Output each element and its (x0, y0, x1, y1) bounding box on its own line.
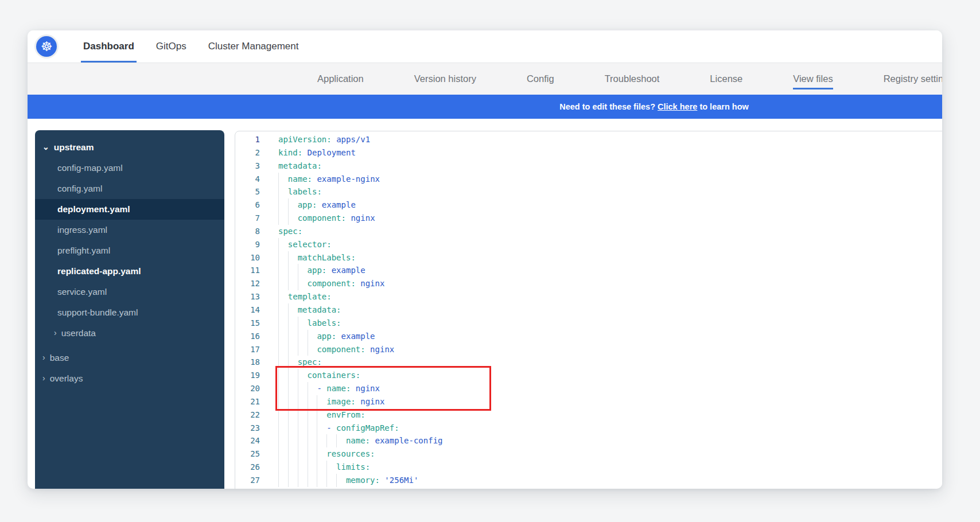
code-line: 22envFrom: (235, 408, 942, 422)
yaml-key: app: (317, 332, 336, 341)
yaml-key: labels: (308, 318, 341, 328)
indent-guide (278, 317, 288, 330)
line-number: 1 (235, 133, 260, 146)
code-line: 14metadata: (235, 303, 942, 317)
line-number: 6 (235, 198, 260, 212)
tree-item-service-yaml[interactable]: service.yaml (35, 282, 224, 302)
code-text: component: nginx (260, 277, 942, 290)
tree-item-label: upstream (54, 142, 94, 153)
yaml-value: nginx (346, 213, 375, 223)
tab-view-files[interactable]: View files (793, 63, 833, 95)
indent-guide (308, 343, 317, 356)
code-text: name: example-nginx (260, 173, 942, 186)
tree-item-label: base (50, 353, 69, 363)
yaml-value: example-config (370, 436, 442, 445)
tree-item-ingress-yaml[interactable]: ingress.yaml (35, 220, 224, 240)
indent-guide (288, 356, 298, 369)
yaml-key: memory: (346, 476, 380, 485)
tree-item-config-yaml[interactable]: config.yaml (35, 178, 224, 199)
file-editor-panel[interactable]: 1apiVersion: apps/v12kind: Deployment3me… (235, 131, 942, 489)
top-tab-gitops[interactable]: GitOps (156, 30, 186, 63)
tree-item-upstream[interactable]: ⌄upstream (35, 137, 224, 158)
tree-item-label: service.yaml (57, 287, 107, 297)
code-line: 9selector: (235, 238, 942, 251)
yaml-key: kind: (278, 148, 302, 157)
top-tab-dashboard[interactable]: Dashboard (83, 30, 134, 63)
yaml-value: apps/v1 (332, 135, 370, 144)
tree-item-replicated-app-yaml[interactable]: replicated-app.yaml (35, 261, 224, 282)
line-number: 10 (235, 251, 260, 264)
tree-item-label: preflight.yaml (57, 246, 110, 256)
indent-guide (278, 461, 288, 474)
code-text: labels: (260, 317, 942, 330)
tree-item-support-bundle-yaml[interactable]: support-bundle.yaml (35, 302, 224, 323)
line-number: 13 (235, 290, 260, 303)
indent-guide (308, 382, 317, 395)
tab-troubleshoot[interactable]: Troubleshoot (605, 63, 660, 95)
code-line: 4name: example-nginx (235, 173, 942, 186)
indent-guide (308, 461, 317, 474)
code-line: 5labels: (235, 185, 942, 198)
tab-version-history[interactable]: Version history (414, 63, 476, 95)
code-text: selector: (260, 238, 942, 251)
tree-item-overlays[interactable]: ›overlays (35, 368, 224, 389)
indent-guide (326, 474, 336, 487)
indent-guide (308, 434, 317, 447)
yaml-value: Deployment (302, 148, 356, 157)
indent-guide (288, 434, 298, 447)
chevron-down-icon: ⌄ (42, 143, 49, 151)
click-here-link[interactable]: Click here (658, 102, 697, 111)
yaml-value: '256Mi' (380, 476, 418, 485)
yaml-key: name: (346, 436, 370, 445)
indent-guide (288, 395, 298, 408)
tab-application[interactable]: Application (317, 63, 364, 95)
code-text: spec: (260, 225, 942, 238)
tab-config[interactable]: Config (527, 63, 554, 95)
indent-guide (288, 382, 298, 395)
code-line: 2kind: Deployment (235, 146, 942, 159)
top-nav-tabs: DashboardGitOpsCluster Management (83, 30, 299, 63)
top-tab-cluster-management[interactable]: Cluster Management (208, 30, 299, 63)
indent-guide (298, 408, 308, 422)
indent-guide (317, 408, 326, 422)
yaml-key: configMapRef: (336, 423, 399, 433)
code-text: spec: (260, 356, 942, 369)
tree-item-label: replicated-app.yaml (57, 266, 141, 276)
indent-guide (288, 369, 298, 382)
code-line: 25resources: (235, 447, 942, 461)
edit-files-banner: Need to edit these files? Click here to … (28, 95, 942, 119)
indent-guide (288, 277, 298, 290)
banner-text-prefix: Need to edit these files? (559, 102, 658, 111)
line-number: 9 (235, 238, 260, 251)
indent-guide (308, 422, 317, 435)
indent-guide (308, 474, 317, 487)
code-line: 13template: (235, 290, 942, 303)
tree-item-label: deployment.yaml (57, 204, 130, 215)
line-number: 23 (235, 422, 260, 435)
line-number: 22 (235, 408, 260, 422)
tree-item-label: userdata (61, 328, 96, 338)
tree-item-userdata[interactable]: ›userdata (35, 323, 224, 344)
code-text: resources: (260, 447, 942, 461)
indent-guide (298, 264, 308, 277)
tree-item-config-map-yaml[interactable]: config-map.yaml (35, 158, 224, 178)
code-line: 18spec: (235, 356, 942, 369)
yaml-key: image: (326, 397, 356, 406)
code-line: 26limits: (235, 461, 942, 474)
code-line: 8spec: (235, 225, 942, 238)
tree-item-deployment-yaml[interactable]: deployment.yaml (35, 199, 224, 220)
tab-registry-settings[interactable]: Registry settings (884, 63, 942, 95)
tree-item-base[interactable]: ›base (35, 348, 224, 368)
indent-guide (278, 330, 288, 343)
code-text: labels: (260, 185, 942, 198)
indent-guide (288, 330, 298, 343)
indent-guide (298, 474, 308, 487)
yaml-key: labels: (288, 187, 322, 196)
indent-guide (278, 290, 288, 303)
yaml-key: component: (308, 279, 356, 288)
kubernetes-logo-icon: ☸ (36, 36, 57, 57)
indent-guide (317, 447, 326, 461)
tree-item-preflight-yaml[interactable]: preflight.yaml (35, 240, 224, 261)
indent-guide (336, 474, 346, 487)
tab-license[interactable]: License (710, 63, 742, 95)
